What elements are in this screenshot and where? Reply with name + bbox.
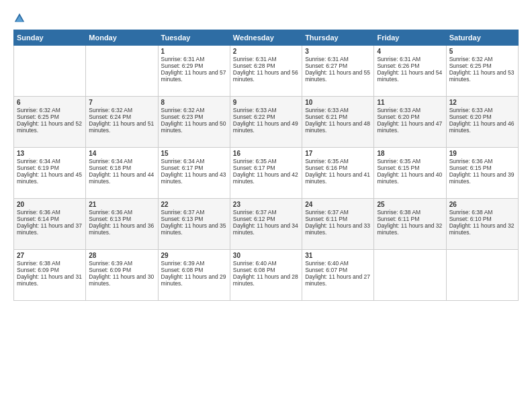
day-number: 18 xyxy=(377,150,443,157)
sunrise-label: Sunrise: 6:40 AM xyxy=(305,260,349,267)
sunrise-label: Sunrise: 6:31 AM xyxy=(377,56,420,62)
daylight-label: Daylight: 11 hours and 36 minutes. xyxy=(89,222,154,236)
daylight-label: Daylight: 11 hours and 45 minutes. xyxy=(17,171,82,185)
sunrise-label: Sunrise: 6:38 AM xyxy=(377,209,420,216)
col-friday: Friday xyxy=(374,30,446,46)
sunset-label: Sunset: 6:10 PM xyxy=(449,216,492,222)
sunset-label: Sunset: 6:12 PM xyxy=(233,216,275,222)
sunrise-label: Sunrise: 6:36 AM xyxy=(17,209,60,216)
daylight-label: Daylight: 11 hours and 49 minutes. xyxy=(233,120,298,134)
day-number: 11 xyxy=(377,99,443,106)
sunset-label: Sunset: 6:19 PM xyxy=(17,165,59,171)
sunset-label: Sunset: 6:15 PM xyxy=(449,165,492,171)
day-number: 8 xyxy=(161,99,227,106)
col-tuesday: Tuesday xyxy=(158,30,230,46)
daylight-label: Daylight: 11 hours and 47 minutes. xyxy=(377,120,442,134)
calendar-cell: 20Sunrise: 6:36 AMSunset: 6:14 PMDayligh… xyxy=(14,199,86,250)
sunrise-label: Sunrise: 6:36 AM xyxy=(449,158,493,165)
sunrise-label: Sunrise: 6:31 AM xyxy=(305,56,349,62)
sunset-label: Sunset: 6:13 PM xyxy=(161,216,204,222)
calendar-body: 1Sunrise: 6:31 AMSunset: 6:29 PMDaylight… xyxy=(14,46,519,301)
calendar-cell xyxy=(86,46,158,97)
sunset-label: Sunset: 6:18 PM xyxy=(89,165,131,171)
calendar-cell: 16Sunrise: 6:35 AMSunset: 6:17 PMDayligh… xyxy=(230,148,302,199)
sunset-label: Sunset: 6:24 PM xyxy=(89,113,131,120)
sunset-label: Sunset: 6:13 PM xyxy=(89,216,131,222)
sunrise-label: Sunrise: 6:31 AM xyxy=(161,56,205,62)
header-row: Sunday Monday Tuesday Wednesday Thursday… xyxy=(14,30,519,46)
sunrise-label: Sunrise: 6:32 AM xyxy=(17,107,60,113)
daylight-label: Daylight: 11 hours and 54 minutes. xyxy=(377,69,442,83)
sunset-label: Sunset: 6:20 PM xyxy=(377,113,419,120)
logo xyxy=(13,12,28,24)
calendar-cell: 6Sunrise: 6:32 AMSunset: 6:25 PMDaylight… xyxy=(14,97,86,148)
calendar-week-4: 27Sunrise: 6:38 AMSunset: 6:09 PMDayligh… xyxy=(14,250,519,301)
calendar-cell: 29Sunrise: 6:39 AMSunset: 6:08 PMDayligh… xyxy=(158,250,230,301)
calendar-cell: 3Sunrise: 6:31 AMSunset: 6:27 PMDaylight… xyxy=(302,46,374,97)
calendar-cell: 27Sunrise: 6:38 AMSunset: 6:09 PMDayligh… xyxy=(14,250,86,301)
daylight-label: Daylight: 11 hours and 29 minutes. xyxy=(161,273,226,287)
day-number: 16 xyxy=(233,150,299,157)
calendar-cell xyxy=(374,250,446,301)
daylight-label: Daylight: 11 hours and 46 minutes. xyxy=(449,120,515,134)
calendar-cell: 19Sunrise: 6:36 AMSunset: 6:15 PMDayligh… xyxy=(446,148,518,199)
day-number: 4 xyxy=(377,48,443,55)
sunset-label: Sunset: 6:08 PM xyxy=(161,267,204,273)
calendar-cell: 14Sunrise: 6:34 AMSunset: 6:18 PMDayligh… xyxy=(86,148,158,199)
day-number: 27 xyxy=(17,252,83,259)
calendar-table: Sunday Monday Tuesday Wednesday Thursday… xyxy=(13,30,519,301)
day-number: 15 xyxy=(161,150,227,157)
calendar-cell: 17Sunrise: 6:35 AMSunset: 6:16 PMDayligh… xyxy=(302,148,374,199)
sunset-label: Sunset: 6:21 PM xyxy=(305,113,347,120)
day-number: 24 xyxy=(305,201,371,208)
col-monday: Monday xyxy=(86,30,158,46)
sunset-label: Sunset: 6:11 PM xyxy=(305,216,347,222)
calendar-cell: 4Sunrise: 6:31 AMSunset: 6:26 PMDaylight… xyxy=(374,46,446,97)
calendar-cell: 9Sunrise: 6:33 AMSunset: 6:22 PMDaylight… xyxy=(230,97,302,148)
day-number: 5 xyxy=(449,48,515,55)
day-number: 10 xyxy=(305,99,371,106)
calendar-cell: 18Sunrise: 6:35 AMSunset: 6:15 PMDayligh… xyxy=(374,148,446,199)
daylight-label: Daylight: 11 hours and 44 minutes. xyxy=(89,171,154,185)
sunset-label: Sunset: 6:22 PM xyxy=(233,113,275,120)
header xyxy=(13,12,519,24)
day-number: 21 xyxy=(89,201,154,208)
sunrise-label: Sunrise: 6:33 AM xyxy=(377,107,420,113)
sunrise-label: Sunrise: 6:32 AM xyxy=(449,56,493,62)
calendar-cell: 24Sunrise: 6:37 AMSunset: 6:11 PMDayligh… xyxy=(302,199,374,250)
sunrise-label: Sunrise: 6:35 AM xyxy=(377,158,420,165)
calendar-cell: 1Sunrise: 6:31 AMSunset: 6:29 PMDaylight… xyxy=(158,46,230,97)
calendar-cell: 10Sunrise: 6:33 AMSunset: 6:21 PMDayligh… xyxy=(302,97,374,148)
daylight-label: Daylight: 11 hours and 56 minutes. xyxy=(233,69,298,83)
calendar-cell: 23Sunrise: 6:37 AMSunset: 6:12 PMDayligh… xyxy=(230,199,302,250)
day-number: 20 xyxy=(17,201,83,208)
calendar-cell xyxy=(446,250,518,301)
daylight-label: Daylight: 11 hours and 50 minutes. xyxy=(161,120,226,134)
col-wednesday: Wednesday xyxy=(230,30,302,46)
daylight-label: Daylight: 11 hours and 43 minutes. xyxy=(161,171,226,185)
daylight-label: Daylight: 11 hours and 34 minutes. xyxy=(233,222,298,236)
sunset-label: Sunset: 6:20 PM xyxy=(449,113,492,120)
day-number: 26 xyxy=(449,201,515,208)
page: Sunday Monday Tuesday Wednesday Thursday… xyxy=(0,0,532,411)
calendar-cell: 8Sunrise: 6:32 AMSunset: 6:23 PMDaylight… xyxy=(158,97,230,148)
sunset-label: Sunset: 6:25 PM xyxy=(17,113,59,120)
day-number: 3 xyxy=(305,48,371,55)
daylight-label: Daylight: 11 hours and 28 minutes. xyxy=(233,273,298,287)
calendar-week-3: 20Sunrise: 6:36 AMSunset: 6:14 PMDayligh… xyxy=(14,199,519,250)
sunrise-label: Sunrise: 6:37 AM xyxy=(161,209,205,216)
daylight-label: Daylight: 11 hours and 42 minutes. xyxy=(233,171,298,185)
day-number: 14 xyxy=(89,150,154,157)
daylight-label: Daylight: 11 hours and 31 minutes. xyxy=(17,273,82,287)
daylight-label: Daylight: 11 hours and 48 minutes. xyxy=(305,120,370,134)
day-number: 30 xyxy=(233,252,299,259)
daylight-label: Daylight: 11 hours and 33 minutes. xyxy=(305,222,370,236)
calendar-cell: 26Sunrise: 6:38 AMSunset: 6:10 PMDayligh… xyxy=(446,199,518,250)
daylight-label: Daylight: 11 hours and 40 minutes. xyxy=(377,171,442,185)
col-saturday: Saturday xyxy=(446,30,518,46)
sunset-label: Sunset: 6:23 PM xyxy=(161,113,204,120)
daylight-label: Daylight: 11 hours and 41 minutes. xyxy=(305,171,370,185)
calendar-cell: 31Sunrise: 6:40 AMSunset: 6:07 PMDayligh… xyxy=(302,250,374,301)
sunset-label: Sunset: 6:16 PM xyxy=(305,165,347,171)
sunset-label: Sunset: 6:09 PM xyxy=(89,267,131,273)
